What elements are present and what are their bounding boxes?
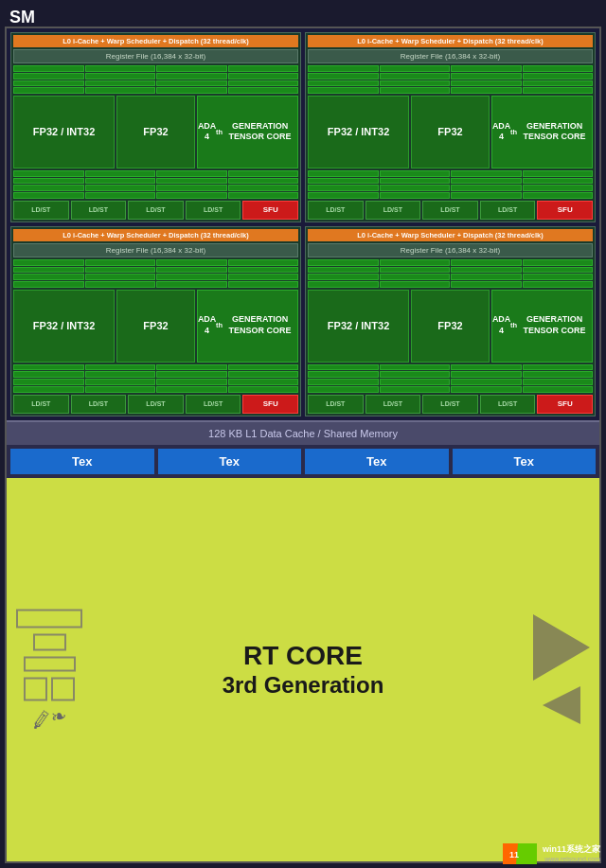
reg-cell <box>13 274 84 280</box>
fp32-int32-block-2: FP32 / INT32 <box>308 96 409 168</box>
reg-cell <box>156 371 227 378</box>
reg-cell <box>13 386 84 393</box>
reg-cell <box>228 178 299 185</box>
reg-cell <box>523 259 594 266</box>
rt-core-generation: 3rd Generation <box>223 672 384 699</box>
reg-cell <box>308 281 379 288</box>
sm-quadrant-2: L0 i-Cache + Warp Scheduler + Dispatch (… <box>305 32 596 222</box>
reg-cell <box>380 281 451 288</box>
bottom-units-3: LD/ST LD/ST LD/ST LD/ST SFU <box>13 395 298 414</box>
reg-cell <box>523 192 594 199</box>
reg-cell <box>156 274 227 280</box>
reg-cell <box>228 386 299 393</box>
reg-cell <box>380 80 451 87</box>
ldst-unit-6: LD/ST <box>365 201 421 220</box>
reg-cell <box>228 185 299 191</box>
reg-cell <box>451 192 522 199</box>
quadrants-area: L0 i-Cache + Warp Scheduler + Dispatch (… <box>7 28 599 420</box>
reg-cell <box>308 192 379 199</box>
reg-cell <box>523 281 594 288</box>
tex-unit-1: Tex <box>10 449 154 474</box>
reg-cell <box>523 178 594 185</box>
ldst-unit-10: LD/ST <box>71 395 127 414</box>
shape-sq-2 <box>51 678 75 701</box>
reg-cell <box>523 386 594 393</box>
reg-cell <box>228 192 299 199</box>
reg-cell <box>308 185 379 191</box>
reg-grid-1 <box>13 65 298 94</box>
reg-cell <box>380 386 451 393</box>
reg-cell <box>451 178 522 185</box>
fp32-single-block-4: FP32 <box>411 290 490 363</box>
svg-text:11: 11 <box>509 850 519 859</box>
tensor-col-2: ADA 4th GENERATION TENSOR CORE <box>491 96 593 168</box>
reg-cell <box>380 364 451 371</box>
reg-cell <box>451 259 522 266</box>
sfu-unit-1: SFU <box>242 201 298 220</box>
main-container: L0 i-Cache + Warp Scheduler + Dispatch (… <box>5 27 601 863</box>
sfu-unit-3: SFU <box>242 395 298 414</box>
reg-cell <box>13 281 84 288</box>
tensor-block-4: ADA 4th GENERATION TENSOR CORE <box>491 290 593 363</box>
reg-cell <box>451 80 522 87</box>
reg-cell <box>228 281 299 288</box>
fp32-single-col-3: FP32 <box>116 290 195 363</box>
reg-cell <box>228 267 299 274</box>
sm-quadrant-1: L0 i-Cache + Warp Scheduler + Dispatch (… <box>10 32 301 222</box>
ldst-unit-11: LD/ST <box>128 395 184 414</box>
reg-cell <box>523 170 594 177</box>
reg-cell <box>523 267 594 274</box>
signature-left: 🖉❧ <box>30 704 69 733</box>
ldst-unit-12: LD/ST <box>186 395 241 414</box>
reg-cell <box>451 73 522 80</box>
reg-cell <box>451 267 522 274</box>
reg-cell <box>228 170 299 177</box>
fp32-single-col-4: FP32 <box>411 290 490 363</box>
fp32-int32-block-3: FP32 / INT32 <box>13 290 115 363</box>
tensor-block-3: ADA 4th GENERATION TENSOR CORE <box>197 290 298 363</box>
reg-cell <box>156 80 227 87</box>
reg-cell <box>228 379 299 385</box>
lower-reg-grid-2 <box>308 170 593 199</box>
tex-unit-2: Tex <box>158 449 302 474</box>
tensor-col-4: ADA 4th GENERATION TENSOR CORE <box>491 290 593 363</box>
reg-cell <box>13 267 84 274</box>
register-file-1: Register File (16,384 x 32-bit) <box>13 49 298 63</box>
reg-cell <box>523 379 594 385</box>
reg-grid-2 <box>308 65 593 94</box>
sfu-unit-2: SFU <box>537 201 593 220</box>
reg-cell <box>308 259 379 266</box>
reg-cell <box>156 65 227 72</box>
fp32-int32-block-4: FP32 / INT32 <box>308 290 409 363</box>
warp-header-1: L0 i-Cache + Warp Scheduler + Dispatch (… <box>13 35 298 47</box>
rt-left-decorations: 🖉❧ <box>16 610 82 730</box>
sm-quadrant-3: L0 i-Cache + Warp Scheduler + Dispatch (… <box>10 226 301 416</box>
reg-cell <box>308 80 379 87</box>
reg-cell <box>13 185 84 191</box>
triangle-right-1 <box>533 614 590 681</box>
ldst-unit-9: LD/ST <box>13 395 69 414</box>
reg-cell <box>85 73 156 80</box>
ldst-unit-7: LD/ST <box>422 201 478 220</box>
reg-cell <box>13 379 84 385</box>
cores-layout-2: FP32 / INT32 FP32 ADA 4th GENERATION TEN… <box>308 96 593 168</box>
reg-cell <box>228 87 299 94</box>
reg-cell <box>451 281 522 288</box>
reg-cell <box>85 259 156 266</box>
reg-cell <box>156 259 227 266</box>
reg-cell <box>523 73 594 80</box>
reg-cell <box>451 371 522 378</box>
l1-cache-bar: 128 KB L1 Data Cache / Shared Memory <box>7 420 599 445</box>
reg-cell <box>451 170 522 177</box>
reg-cell <box>13 364 84 371</box>
reg-cell <box>85 65 156 72</box>
ldst-unit-13: LD/ST <box>308 395 364 414</box>
reg-cell <box>228 274 299 280</box>
ldst-unit-4: LD/ST <box>186 201 241 220</box>
watermark-site: win11系统之家 <box>543 843 600 856</box>
register-file-2: Register File (16,384 x 32-bit) <box>308 49 593 63</box>
watermark: 11 win11系统之家 www.relsound.com <box>503 843 600 862</box>
reg-cell <box>85 364 156 371</box>
tensor-col-1: ADA 4th GENERATION TENSOR CORE <box>197 96 298 168</box>
bottom-units-1: LD/ST LD/ST LD/ST LD/ST SFU <box>13 201 298 220</box>
